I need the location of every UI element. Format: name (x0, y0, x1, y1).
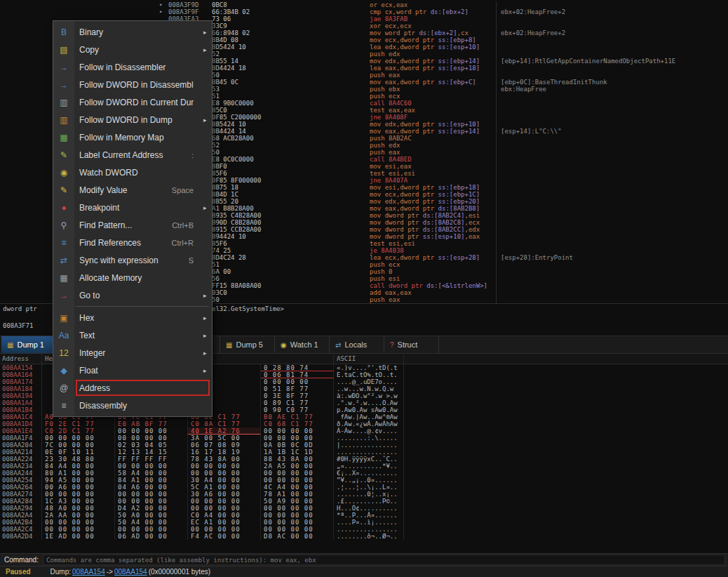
hex-byte-group[interactable]: 0 06 81 74 (261, 371, 334, 378)
hex-byte-group[interactable]: 00 00 00 00 (188, 498, 261, 505)
hex-dump-row[interactable]: 008AA2140E 0F 10 1112 13 14 1516 17 18 1… (0, 449, 728, 456)
hex-row-address[interactable]: 008AA164 (0, 371, 42, 378)
hex-byte-group[interactable]: 00 00 00 00 (188, 470, 261, 477)
menu-item-find-references[interactable]: ≡Find ReferencesCtrl+R (53, 234, 212, 251)
hex-byte-group[interactable]: FF FF FF FF (115, 456, 188, 463)
hex-byte-group[interactable]: 00 00 00 00 (261, 526, 334, 533)
hex-byte-group[interactable]: 40 1E A2 76 (188, 427, 261, 435)
hex-byte-group[interactable]: 00 00 00 00 (42, 519, 115, 526)
hex-byte-group[interactable]: 50 A0 00 00 (115, 512, 188, 519)
hex-byte-group[interactable]: 00 00 00 00 (261, 512, 334, 519)
hex-byte-group[interactable]: 78 43 8A 00 (188, 456, 261, 463)
hex-byte-group[interactable]: C0 A4 00 00 (188, 512, 261, 519)
hex-byte-group[interactable]: 0 90 C0 77 (261, 406, 334, 413)
hex-row-address[interactable]: 008AA294 (0, 505, 42, 512)
hex-byte-group[interactable]: C0 8A C1 77 (188, 420, 261, 427)
hex-byte-group[interactable]: 84 A4 00 00 (42, 463, 115, 470)
hex-byte-group[interactable]: 00 A6 00 00 (42, 484, 115, 491)
hex-byte-group[interactable]: 00 00 00 00 (261, 477, 334, 484)
hex-byte-group[interactable]: 0 3E 8F 77 (261, 392, 334, 399)
hex-row-address[interactable]: 008AA1D4 (0, 420, 42, 427)
hex-byte-group[interactable]: 0 89 C1 77 (261, 399, 334, 406)
tab-watch-1[interactable]: ◉Watch 1 (275, 336, 330, 353)
hex-byte-group[interactable]: C0 2D C1 77 (42, 427, 115, 435)
hex-byte-group[interactable]: 0 28 80 74 (261, 364, 334, 371)
hex-byte-group[interactable]: 23 30 48 80 (42, 456, 115, 463)
menu-item-go-to[interactable]: →Go to▸ (53, 286, 212, 304)
hex-byte-group[interactable]: 0A 0B 0C 0D (261, 442, 334, 449)
hex-byte-group[interactable]: 50 A4 00 00 (115, 519, 188, 526)
hex-dump-row[interactable]: 008AA27400 00 00 0000 00 00 0030 A6 00 0… (0, 491, 728, 498)
hex-byte-group[interactable]: 2A A5 00 00 (261, 463, 334, 470)
hex-dump-row[interactable]: 008AA23484 A4 00 0000 00 00 0000 00 00 0… (0, 463, 728, 470)
menu-item-binary[interactable]: BBinary▸ (53, 23, 212, 41)
hex-byte-group[interactable]: 1A 1B 1C 1D (261, 449, 334, 456)
menu-item-float[interactable]: ◆Float▸ (53, 362, 212, 379)
hex-row-address[interactable]: 008AA214 (0, 449, 42, 456)
hex-dump-row[interactable]: 008AA25494 A5 00 0084 A1 00 0030 A4 00 0… (0, 477, 728, 484)
hex-byte-group[interactable]: 00 00 00 00 (261, 519, 334, 526)
menu-item-follow-dword-in-dump[interactable]: ▥Follow DWORD in Dump▸ (53, 111, 212, 128)
hex-byte-group[interactable]: E0 AB BF 77 (115, 420, 188, 427)
hex-byte-group[interactable]: 00 00 00 00 (115, 427, 188, 435)
hex-byte-group[interactable]: 12 13 14 15 (115, 449, 188, 456)
hex-row-address[interactable]: 008AA154 (0, 364, 42, 371)
hex-row-address[interactable]: 008AA1C4 (0, 413, 42, 420)
hex-row-address[interactable]: 008AA204 (0, 442, 42, 449)
hex-row-address[interactable]: 008AA254 (0, 477, 42, 484)
tab-struct[interactable]: ?Struct (384, 336, 439, 353)
menu-item-follow-dword-in-current-dump[interactable]: ▥Follow DWORD in Current Dump (53, 93, 212, 111)
hex-dump-row[interactable]: 008AA2B400 00 00 0050 A4 00 00EC A1 00 0… (0, 519, 728, 526)
hex-row-address[interactable]: 008AA1F4 (0, 435, 42, 442)
menu-item-follow-in-memory-map[interactable]: ▦Follow in Memory Map (53, 128, 212, 146)
hex-row-address[interactable]: 008AA174 (0, 378, 42, 385)
menu-item-text[interactable]: AaText▸ (53, 326, 212, 344)
hex-row-address[interactable]: 008AA2D4 (0, 533, 42, 540)
hex-byte-group[interactable]: B0 AE C1 77 (261, 413, 334, 420)
hex-dump-row[interactable]: 008AA29448 A0 00 00D4 A2 00 0000 00 00 0… (0, 505, 728, 512)
hex-byte-group[interactable]: 2A AA 00 00 (42, 512, 115, 519)
hex-dump-row[interactable]: 008AA2D41E AD 00 0006 AD 00 00F4 AC 00 0… (0, 533, 728, 540)
hex-byte-group[interactable]: 00 00 00 00 (115, 526, 188, 533)
hex-byte-group[interactable]: 00 00 00 00 (261, 470, 334, 477)
menu-item-hex[interactable]: ▣Hex▸ (53, 309, 212, 326)
hex-row-address[interactable]: 008AA234 (0, 463, 42, 470)
hex-dump-row[interactable]: 008AA2C400 00 00 0000 00 00 0000 00 00 0… (0, 526, 728, 533)
hex-byte-group[interactable]: 06 07 08 09 (188, 442, 261, 449)
hex-byte-group[interactable]: 00 00 00 00 (261, 427, 334, 435)
hex-byte-group[interactable]: 58 A4 00 00 (115, 470, 188, 477)
hex-byte-group[interactable]: 06 AD 00 00 (115, 533, 188, 540)
hex-byte-group[interactable]: D8 AC 00 00 (261, 533, 334, 540)
menu-item-follow-in-disassembler[interactable]: →Follow in Disassembler (53, 58, 212, 76)
hex-dump-row[interactable]: 008AA2A42A AA 00 0050 A0 00 00C0 A4 00 0… (0, 512, 728, 519)
hex-row-address[interactable]: 008AA2C4 (0, 526, 42, 533)
hex-row-address[interactable]: 008AA194 (0, 392, 42, 399)
command-input[interactable] (43, 555, 725, 565)
hex-dump-row[interactable]: 008AA2047C 00 00 0002 03 04 0506 07 08 0… (0, 442, 728, 449)
hex-byte-group[interactable]: 88 43 8A 00 (261, 456, 334, 463)
hex-byte-group[interactable]: 0E 0F 10 11 (42, 449, 115, 456)
hex-byte-group[interactable]: 00 00 00 00 (261, 435, 334, 442)
hex-byte-group[interactable]: 94 A5 00 00 (42, 477, 115, 484)
hex-row-address[interactable]: 008AA1B4 (0, 406, 42, 413)
hex-dump-row[interactable]: 008AA1E4C0 2D C1 7700 00 00 0040 1E A2 7… (0, 427, 728, 435)
status-dump-to-link[interactable]: 008AA154 (113, 568, 149, 576)
hex-byte-group[interactable]: 48 A0 00 00 (42, 505, 115, 512)
hex-dump-row[interactable]: 008AA2841C A3 00 0000 00 00 0000 00 00 0… (0, 498, 728, 505)
hex-row-address[interactable]: 008AA2A4 (0, 512, 42, 519)
hex-byte-group[interactable]: 00 00 00 00 (115, 435, 188, 442)
hex-byte-group[interactable]: 00 00 00 00 (42, 526, 115, 533)
menu-item-copy[interactable]: ▤Copy▸ (53, 41, 212, 58)
hex-byte-group[interactable]: 00 00 00 00 (188, 463, 261, 470)
hex-byte-group[interactable]: 00 00 00 00 (42, 491, 115, 498)
hex-byte-group[interactable]: 7C 00 00 00 (42, 442, 115, 449)
hex-dump-row[interactable]: 008AA24480 A1 00 0058 A4 00 0000 00 00 0… (0, 470, 728, 477)
hex-byte-group[interactable]: 00 00 00 00 (42, 435, 115, 442)
hex-byte-group[interactable]: 00 00 00 00 (115, 498, 188, 505)
hex-row-address[interactable]: 008AA2B4 (0, 519, 42, 526)
hex-byte-group[interactable]: 00 00 00 00 (188, 505, 261, 512)
tab-dump-1[interactable]: ▦Dump 1 (1, 336, 56, 353)
hex-byte-group[interactable]: 30 A4 00 00 (188, 477, 261, 484)
menu-item-breakpoint[interactable]: ●Breakpoint▸ (53, 199, 212, 216)
hex-byte-group[interactable]: 0 00 00 00 (261, 378, 334, 385)
